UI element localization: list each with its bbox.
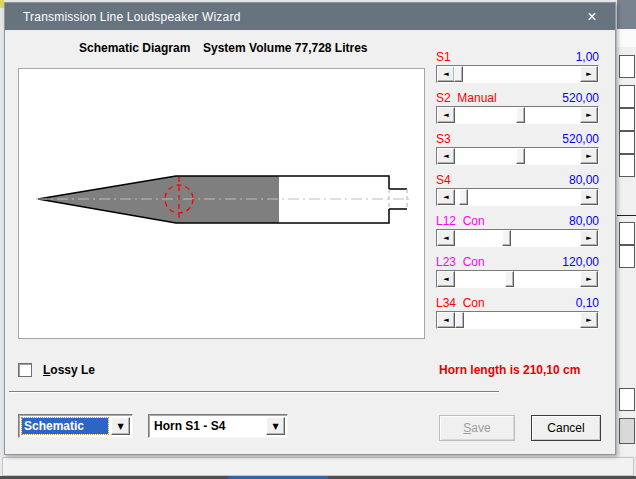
scroll-right-button[interactable]: ► bbox=[580, 230, 598, 246]
view-mode-combobox[interactable]: Schematic ▼ bbox=[18, 414, 133, 438]
slider-label: S3 bbox=[436, 132, 451, 146]
background-window-fragment bbox=[619, 154, 635, 177]
scroll-left-button[interactable]: ◄ bbox=[437, 107, 455, 123]
s1-scrollbar[interactable]: ◄ ► bbox=[436, 65, 599, 83]
slider-label: L23 Con bbox=[436, 255, 485, 269]
horn-gray-section bbox=[38, 176, 279, 223]
cancel-button[interactable]: Cancel bbox=[531, 415, 601, 441]
scroll-left-button[interactable]: ◄ bbox=[437, 271, 455, 287]
slider-group-l12: L12 Con 80,00 ◄ ► bbox=[436, 214, 599, 252]
slider-value: 520,00 bbox=[562, 132, 599, 146]
scroll-left-button[interactable]: ◄ bbox=[437, 148, 455, 164]
scroll-left-button[interactable]: ◄ bbox=[437, 230, 455, 246]
background-window-fragment bbox=[619, 55, 635, 78]
s3-scrollbar[interactable]: ◄ ► bbox=[436, 147, 599, 165]
background-window-line bbox=[617, 215, 636, 216]
slider-label: S2 Manual bbox=[436, 91, 497, 105]
screen: Transmission Line Loudspeaker Wizard × S… bbox=[0, 0, 636, 479]
background-window-fragment bbox=[619, 222, 635, 245]
slider-label: L34 Con bbox=[436, 296, 485, 310]
view-mode-selected-value: Schematic bbox=[22, 418, 108, 434]
s4-scrollbar[interactable]: ◄ ► bbox=[436, 188, 599, 206]
scroll-right-button[interactable]: ► bbox=[580, 148, 598, 164]
slider-value: 1,00 bbox=[576, 50, 599, 64]
scroll-right-button[interactable]: ► bbox=[580, 189, 598, 205]
background-window-fragment bbox=[619, 388, 635, 411]
background-window-fragment bbox=[619, 245, 635, 268]
slider-value: 120,00 bbox=[562, 255, 599, 269]
slider-value: 520,00 bbox=[562, 91, 599, 105]
wizard-dialog: Transmission Line Loudspeaker Wizard × S… bbox=[4, 2, 616, 455]
scroll-right-button[interactable]: ► bbox=[580, 271, 598, 287]
background-window-fragment bbox=[619, 85, 635, 108]
system-volume-label: System Volume 77,728 Litres bbox=[203, 41, 368, 55]
close-icon[interactable]: × bbox=[575, 3, 609, 30]
background-window-titlebar bbox=[617, 0, 636, 29]
background-window-fragment bbox=[619, 131, 635, 154]
status-bar bbox=[2, 457, 634, 476]
chevron-down-icon[interactable]: ▼ bbox=[266, 417, 285, 435]
slider-group-s3: S3 520,00 ◄ ► bbox=[436, 132, 599, 170]
scroll-left-button[interactable]: ◄ bbox=[437, 66, 455, 82]
l23-scrollbar[interactable]: ◄ ► bbox=[436, 270, 599, 288]
s2-scrollbar[interactable]: ◄ ► bbox=[436, 106, 599, 124]
horn-length-text: Horn length is 210,10 cm bbox=[439, 363, 580, 377]
slider-group-l23: L23 Con 120,00 ◄ ► bbox=[436, 255, 599, 293]
slider-group-s4: S4 80,00 ◄ ► bbox=[436, 173, 599, 211]
schematic-diagram-label: Schematic Diagram bbox=[79, 41, 190, 55]
lossy-le-label: Lossy Le bbox=[43, 363, 95, 377]
scrollbar-thumb[interactable] bbox=[516, 148, 525, 164]
horn-schematic-drawing bbox=[19, 69, 424, 338]
slider-group-s1: S1 1,00 ◄ ► bbox=[436, 50, 599, 88]
scroll-right-button[interactable]: ► bbox=[580, 312, 598, 328]
lossy-le-checkbox[interactable] bbox=[18, 363, 32, 377]
separator-line bbox=[9, 391, 499, 393]
slider-group-s2: S2 Manual 520,00 ◄ ► bbox=[436, 91, 599, 129]
scroll-right-button[interactable]: ► bbox=[580, 107, 598, 123]
scrollbar-thumb[interactable] bbox=[502, 230, 511, 246]
slider-label: S1 bbox=[436, 50, 451, 64]
scrollbar-thumb[interactable] bbox=[454, 66, 463, 82]
scrollbar-thumb[interactable] bbox=[505, 271, 514, 287]
slider-value: 80,00 bbox=[569, 173, 599, 187]
chevron-down-icon[interactable]: ▼ bbox=[111, 417, 130, 435]
slider-group-l34: L34 Con 0,10 ◄ ► bbox=[436, 296, 599, 334]
background-window-fragment bbox=[619, 108, 635, 131]
scroll-right-button[interactable]: ► bbox=[580, 66, 598, 82]
background-window-panel bbox=[617, 47, 636, 456]
lossy-le-row: Lossy Le bbox=[18, 363, 95, 377]
background-window-fragment bbox=[619, 418, 635, 444]
l12-scrollbar[interactable]: ◄ ► bbox=[436, 229, 599, 247]
slider-label: L12 Con bbox=[436, 214, 485, 228]
scroll-left-button[interactable]: ◄ bbox=[437, 312, 455, 328]
title-bar[interactable]: Transmission Line Loudspeaker Wizard × bbox=[5, 3, 615, 30]
save-button[interactable]: Save bbox=[439, 415, 515, 441]
horn-range-combobox[interactable]: Horn S1 - S4 ▼ bbox=[148, 414, 288, 438]
scrollbar-thumb[interactable] bbox=[459, 189, 468, 205]
slider-value: 80,00 bbox=[569, 214, 599, 228]
window-title: Transmission Line Loudspeaker Wizard bbox=[5, 10, 241, 24]
horn-range-selected-value: Horn S1 - S4 bbox=[152, 418, 263, 434]
slider-label: S4 bbox=[436, 173, 451, 187]
schematic-canvas bbox=[18, 68, 425, 339]
slider-value: 0,10 bbox=[576, 296, 599, 310]
scrollbar-thumb[interactable] bbox=[516, 107, 525, 123]
scroll-left-button[interactable]: ◄ bbox=[437, 189, 455, 205]
background-window-strip bbox=[617, 29, 636, 47]
l34-scrollbar[interactable]: ◄ ► bbox=[436, 311, 599, 329]
scrollbar-thumb[interactable] bbox=[455, 312, 464, 328]
